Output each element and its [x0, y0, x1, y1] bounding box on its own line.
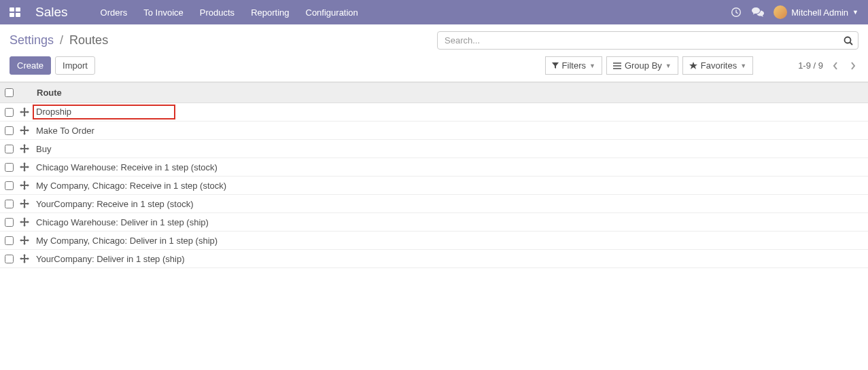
import-button[interactable]: Import [55, 56, 95, 75]
row-checkbox[interactable] [5, 200, 14, 208]
drag-handle-icon[interactable] [15, 126, 34, 135]
pager-range[interactable]: 1-9 / 9 [798, 60, 823, 71]
route-name: Make To Order [34, 126, 868, 136]
filters-button[interactable]: Filters ▼ [545, 56, 602, 75]
nav-menu: Orders To Invoice Products Reporting Con… [101, 7, 731, 18]
pager-next[interactable] [848, 59, 858, 73]
pager: 1-9 / 9 [798, 59, 858, 73]
route-name: Chicago Warehouse: Deliver in 1 step (sh… [34, 217, 868, 227]
control-panel: Settings / Routes Create Import Filters … [0, 24, 868, 82]
filter-icon [552, 62, 559, 69]
svg-point-1 [845, 37, 851, 43]
clock-icon[interactable] [730, 6, 742, 18]
star-icon [689, 62, 697, 70]
row-checkbox[interactable] [5, 163, 14, 172]
menu-orders[interactable]: Orders [101, 7, 128, 18]
drag-handle-icon[interactable] [15, 162, 34, 172]
user-menu[interactable]: Mitchell Admin ▼ [774, 5, 858, 19]
table-row[interactable]: YourCompany: Receive in 1 step (stock) [0, 195, 868, 213]
table-row[interactable]: Dropship [0, 103, 868, 122]
table-row[interactable]: Make To Order [0, 122, 868, 140]
chevron-down-icon: ▼ [852, 9, 858, 16]
list-icon [613, 62, 621, 69]
drag-handle-icon[interactable] [15, 181, 34, 190]
row-checkbox[interactable] [5, 145, 14, 153]
create-button[interactable]: Create [10, 56, 51, 75]
table-row[interactable]: Buy [0, 140, 868, 158]
search-icon[interactable] [844, 36, 853, 45]
row-checkbox[interactable] [5, 126, 14, 135]
apps-icon[interactable] [10, 7, 22, 17]
chat-icon[interactable] [752, 6, 764, 18]
row-checkbox[interactable] [5, 181, 14, 190]
favorites-button[interactable]: Favorites ▼ [682, 56, 753, 75]
column-header-route[interactable]: Route [34, 88, 868, 98]
breadcrumb-current: Routes [69, 33, 108, 47]
breadcrumb-sep: / [60, 33, 63, 47]
table-row[interactable]: YourCompany: Deliver in 1 step (ship) [0, 250, 868, 268]
table-header: Route [0, 83, 868, 103]
drag-handle-icon[interactable] [15, 254, 34, 263]
table-row[interactable]: My Company, Chicago: Deliver in 1 step (… [0, 232, 868, 250]
route-name: Buy [34, 144, 868, 154]
route-name: My Company, Chicago: Receive in 1 step (… [34, 181, 868, 191]
table-row[interactable]: My Company, Chicago: Receive in 1 step (… [0, 177, 868, 195]
chevron-down-icon: ▼ [589, 62, 595, 69]
drag-handle-icon[interactable] [15, 199, 34, 208]
row-checkbox[interactable] [5, 218, 14, 227]
avatar [774, 5, 787, 19]
pager-prev[interactable] [830, 59, 841, 73]
top-navbar: Sales Orders To Invoice Products Reporti… [0, 0, 868, 24]
route-name: Dropship [34, 105, 868, 119]
route-name: YourCompany: Deliver in 1 step (ship) [34, 254, 868, 264]
search-input[interactable] [437, 31, 858, 50]
route-name: YourCompany: Receive in 1 step (stock) [34, 199, 868, 209]
row-checkbox[interactable] [5, 236, 14, 245]
menu-products[interactable]: Products [200, 7, 235, 18]
search-container [437, 31, 858, 50]
chevron-down-icon: ▼ [665, 62, 672, 69]
select-all-checkbox[interactable] [5, 88, 14, 97]
drag-handle-icon[interactable] [15, 236, 34, 245]
route-name: My Company, Chicago: Deliver in 1 step (… [34, 236, 868, 246]
menu-reporting[interactable]: Reporting [251, 7, 289, 18]
app-brand: Sales [35, 5, 68, 20]
drag-handle-icon[interactable] [15, 217, 34, 227]
row-checkbox[interactable] [5, 108, 14, 117]
data-table: Route DropshipMake To OrderBuyChicago Wa… [0, 82, 868, 268]
groupby-button[interactable]: Group By ▼ [606, 56, 678, 75]
breadcrumb: Settings / Routes [10, 33, 108, 48]
breadcrumb-parent[interactable]: Settings [10, 33, 54, 47]
row-checkbox[interactable] [5, 255, 14, 263]
drag-handle-icon[interactable] [15, 144, 34, 153]
table-row[interactable]: Chicago Warehouse: Receive in 1 step (st… [0, 158, 868, 177]
chevron-down-icon: ▼ [740, 62, 746, 69]
menu-to-invoice[interactable]: To Invoice [143, 7, 184, 18]
user-name: Mitchell Admin [791, 7, 848, 18]
menu-configuration[interactable]: Configuration [306, 7, 358, 18]
drag-handle-icon[interactable] [15, 107, 34, 117]
table-row[interactable]: Chicago Warehouse: Deliver in 1 step (sh… [0, 213, 868, 232]
route-name: Chicago Warehouse: Receive in 1 step (st… [34, 162, 868, 172]
